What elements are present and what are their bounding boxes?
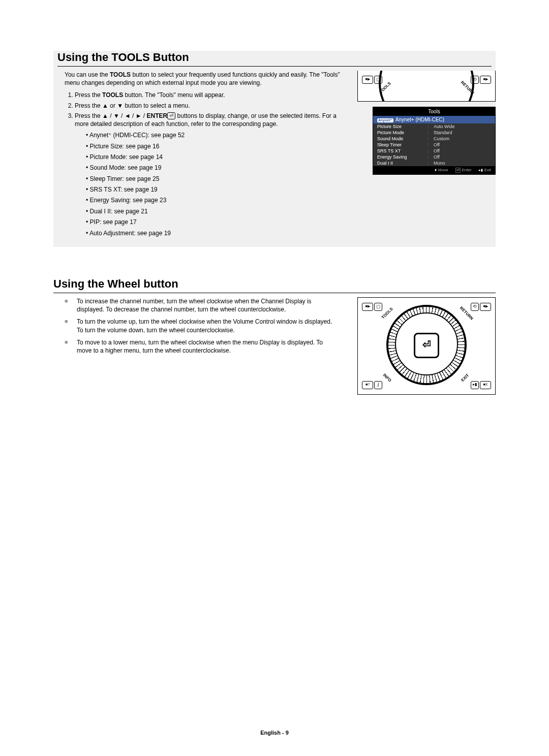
wheel-info-label: INFO bbox=[382, 373, 392, 383]
osd-label: Picture Mode bbox=[377, 130, 425, 135]
step-3: Press the ▲ / ▼ / ◄ / ► / ENTER⏎ buttons… bbox=[75, 112, 348, 238]
intro-bold: TOOLS bbox=[110, 71, 131, 78]
osd-row: Dual I II:Mono bbox=[373, 160, 495, 166]
osd-highlight-text: Anynet+ (HDMI-CEC) bbox=[395, 117, 444, 122]
wheel-item: To turn the volume up, turn the wheel cl… bbox=[65, 318, 338, 334]
remote-btn-right: ■▶ bbox=[480, 76, 491, 84]
osd-row: Picture Mode:Standard bbox=[373, 130, 495, 136]
enter-button-icon: ⏎ bbox=[414, 333, 439, 358]
intro-pre: You can use the bbox=[65, 71, 110, 78]
osd-value: Standard bbox=[434, 130, 491, 135]
refs-list: Anynet⁺ (HDMI-CEC): see page 52 Picture … bbox=[75, 131, 348, 238]
ref-item: Sound Mode: see page 19 bbox=[86, 164, 348, 172]
remote-top-illustration: ■▶ ▢ ■▶ TOOLS RETURN bbox=[357, 71, 496, 102]
osd-footer-enter: Enter bbox=[455, 168, 472, 173]
step3-bold: ENTER bbox=[147, 112, 168, 119]
remote-small-btn-l: ▢ bbox=[374, 76, 382, 84]
info-icon: i bbox=[374, 381, 382, 389]
osd-label: Energy Saving bbox=[377, 154, 425, 160]
osd-row: Picture Size:Auto Wide bbox=[373, 123, 495, 130]
corner-btn-bl: ■? bbox=[362, 381, 373, 389]
wheel-exit-label: EXIT bbox=[461, 373, 470, 383]
section1-intro: You can use the TOOLS button to select y… bbox=[65, 71, 348, 87]
osd-label: Picture Size bbox=[377, 124, 425, 129]
osd-row: Sound Mode:Custom bbox=[373, 136, 495, 142]
section-tools-button: Using the TOOLS Button You can use the T… bbox=[53, 51, 496, 247]
ref-item: Dual I II: see page 21 bbox=[86, 207, 348, 216]
step1-bold: TOOLS bbox=[102, 91, 123, 99]
osd-label: Sound Mode bbox=[377, 136, 425, 141]
osd-footer-exit: Exit bbox=[479, 168, 491, 173]
corner-btn-br: ■X bbox=[480, 381, 491, 389]
osd-value: Mono bbox=[434, 161, 491, 166]
osd-value: Off bbox=[434, 148, 491, 153]
section2-title: Using the Wheel button bbox=[53, 277, 496, 293]
remote-small-btn-r bbox=[471, 76, 479, 84]
osd-footer: Move Enter Exit bbox=[373, 166, 495, 174]
exit-icon: ▸▮ bbox=[471, 381, 479, 389]
osd-highlight-row: Anynet⁺Anynet+ (HDMI-CEC) bbox=[373, 116, 495, 123]
page-footer: English - 9 bbox=[0, 730, 549, 736]
osd-label: Dual I II bbox=[377, 161, 425, 166]
ref-item: Anynet⁺ (HDMI-CEC): see page 52 bbox=[86, 131, 348, 140]
step-2: Press the ▲ or ▼ button to select a menu… bbox=[75, 102, 348, 110]
section-wheel-button: Using the Wheel button To increase the c… bbox=[53, 277, 496, 395]
osd-title: Tools bbox=[373, 107, 495, 116]
ref-item: PIP: see page 17 bbox=[86, 218, 348, 227]
corner-btn-tr: ■▶ bbox=[480, 303, 491, 311]
osd-value: Auto Wide bbox=[434, 124, 491, 129]
step1-pre: Press the bbox=[75, 91, 102, 99]
enter-icon: ⏎ bbox=[167, 112, 175, 119]
osd-value: Off bbox=[434, 154, 491, 160]
osd-row: SRS TS XT:Off bbox=[373, 148, 495, 154]
osd-label: SRS TS XT bbox=[377, 148, 425, 153]
osd-value: Custom bbox=[434, 136, 491, 141]
osd-value: Off bbox=[434, 142, 491, 147]
wheel-list: To increase the channel number, turn the… bbox=[65, 297, 338, 355]
steps-list: Press the TOOLS button. The "Tools" menu… bbox=[65, 91, 348, 238]
ref-item: Sleep Timer: see page 25 bbox=[86, 175, 348, 183]
ref-item: SRS TS XT: see page 19 bbox=[86, 185, 348, 194]
wheel-item: To move to a lower menu, turn the wheel … bbox=[65, 338, 338, 355]
ref-item: Energy Saving: see page 23 bbox=[86, 196, 348, 205]
corner-small-tr: ⟲ bbox=[471, 303, 479, 311]
ref-item: Picture Mode: see page 14 bbox=[86, 153, 348, 162]
ref-item: Auto Adjustment: see page 19 bbox=[86, 229, 348, 238]
step3-pre: Press the ▲ / ▼ / ◄ / ► / bbox=[75, 112, 147, 119]
step1-post: button. The "Tools" menu will appear. bbox=[123, 91, 225, 99]
section1-title: Using the TOOLS Button bbox=[57, 51, 492, 67]
corner-small-tl: ▢ bbox=[374, 303, 382, 311]
corner-btn-tl: ■▶ bbox=[362, 303, 373, 311]
osd-row: Sleep Timer:Off bbox=[373, 142, 495, 148]
osd-footer-move: Move bbox=[435, 168, 448, 173]
osd-tools-menu: Tools Anynet⁺Anynet+ (HDMI-CEC) Picture … bbox=[373, 107, 496, 175]
osd-row: Energy Saving:Off bbox=[373, 154, 495, 160]
ref-item: Picture Size: see page 16 bbox=[86, 142, 348, 151]
remote-wheel-illustration: ⏎ ■▶ ▢ ⟲ ■▶ ■? i ▸▮ ■X TOOLS RETURN INFO… bbox=[357, 297, 496, 395]
anynet-icon: Anynet⁺ bbox=[377, 118, 393, 122]
wheel-item: To increase the channel number, turn the… bbox=[65, 297, 338, 313]
osd-label: Sleep Timer bbox=[377, 142, 425, 147]
step-1: Press the TOOLS button. The "Tools" menu… bbox=[75, 91, 348, 99]
remote-btn-left: ■▶ bbox=[362, 76, 373, 84]
wheel-tools-label: TOOLS bbox=[381, 307, 394, 320]
